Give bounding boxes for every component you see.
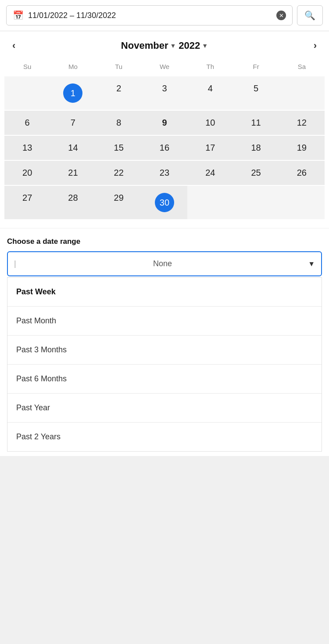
calendar-icon: 📅 xyxy=(13,10,24,21)
day-header-tu: Tu xyxy=(96,60,142,73)
calendar-week-2: 6 7 8 9 10 11 12 xyxy=(4,111,325,136)
dropdown-item-past-month[interactable]: Past Month xyxy=(7,307,322,336)
date-range-value: 11/01/2022 – 11/30/2022 xyxy=(28,11,272,20)
date-range-select-cursor: | xyxy=(14,259,16,268)
calendar-day-19[interactable]: 19 xyxy=(279,136,325,160)
day-header-we: We xyxy=(142,60,187,73)
clear-date-button[interactable]: ✕ xyxy=(276,11,286,20)
calendar-weeks: 1 2 3 4 5 6 7 8 9 10 11 12 13 14 xyxy=(4,76,325,219)
year-label: 2022 xyxy=(179,40,200,51)
month-label: November xyxy=(121,40,168,51)
calendar-day-27[interactable]: 27 xyxy=(4,186,50,219)
day-header-su: Su xyxy=(4,60,50,73)
calendar-day-28[interactable]: 28 xyxy=(50,186,96,219)
calendar-day-4[interactable]: 4 xyxy=(187,76,233,110)
calendar-day-10[interactable]: 10 xyxy=(187,111,233,135)
calendar-container: ‹ November ▼ 2022 ▼ › Su Mo Tu We Th Fr … xyxy=(0,31,329,228)
dropdown-item-past-year[interactable]: Past Year xyxy=(7,394,322,423)
calendar-grid: Su Mo Tu We Th Fr Sa 1 2 3 4 5 6 xyxy=(4,60,325,219)
calendar-day-5[interactable]: 5 xyxy=(233,76,279,110)
dropdown-item-past-3-months[interactable]: Past 3 Months xyxy=(7,336,322,365)
calendar-day-7[interactable]: 7 xyxy=(50,111,96,135)
calendar-day-6[interactable]: 6 xyxy=(4,111,50,135)
calendar-week-3: 13 14 15 16 17 18 19 xyxy=(4,136,325,161)
calendar-day-26[interactable]: 26 xyxy=(279,161,325,185)
dropdown-item-past-week[interactable]: Past Week xyxy=(7,278,322,307)
calendar-day-empty xyxy=(4,76,50,110)
calendar-day-15[interactable]: 15 xyxy=(96,136,142,160)
calendar-header: ‹ November ▼ 2022 ▼ › xyxy=(4,38,325,60)
month-year-selectors: November ▼ 2022 ▼ xyxy=(121,40,208,51)
next-month-button[interactable]: › xyxy=(309,38,321,53)
calendar-day-20[interactable]: 20 xyxy=(4,161,50,185)
dropdown-menu: Past Week Past Month Past 3 Months Past … xyxy=(7,277,322,452)
calendar-day-empty-32 xyxy=(233,186,279,219)
calendar-day-30[interactable]: 30 xyxy=(142,186,187,219)
date-range-section: Choose a date range | None ▼ Past Week P… xyxy=(0,228,329,456)
calendar-day-13[interactable]: 13 xyxy=(4,136,50,160)
calendar-day-22[interactable]: 22 xyxy=(96,161,142,185)
calendar-day-empty-31 xyxy=(187,186,233,219)
calendar-week-5: 27 28 29 30 xyxy=(4,186,325,219)
year-selector[interactable]: 2022 ▼ xyxy=(179,40,208,51)
search-button[interactable]: 🔍 xyxy=(297,5,323,25)
calendar-day-14[interactable]: 14 xyxy=(50,136,96,160)
calendar-day-17[interactable]: 17 xyxy=(187,136,233,160)
day-header-sa: Sa xyxy=(279,60,325,73)
date-input-bar: 📅 11/01/2022 – 11/30/2022 ✕ 🔍 xyxy=(0,0,329,31)
calendar-day-21[interactable]: 21 xyxy=(50,161,96,185)
dropdown-arrow-icon: ▼ xyxy=(308,260,315,268)
day-header-th: Th xyxy=(187,60,233,73)
day-headers: Su Mo Tu We Th Fr Sa xyxy=(4,60,325,73)
month-dropdown-arrow: ▼ xyxy=(170,42,176,49)
date-range-select-value: None xyxy=(153,259,172,268)
date-range-input[interactable]: 📅 11/01/2022 – 11/30/2022 ✕ xyxy=(6,5,293,25)
year-dropdown-arrow: ▼ xyxy=(202,42,208,49)
calendar-day-24[interactable]: 24 xyxy=(187,161,233,185)
dropdown-item-past-6-months[interactable]: Past 6 Months xyxy=(7,365,322,394)
calendar-day-empty-end xyxy=(279,76,325,110)
calendar-day-2[interactable]: 2 xyxy=(96,76,142,110)
calendar-day-25[interactable]: 25 xyxy=(233,161,279,185)
month-selector[interactable]: November ▼ xyxy=(121,40,176,51)
day-header-mo: Mo xyxy=(50,60,96,73)
calendar-day-12[interactable]: 12 xyxy=(279,111,325,135)
calendar-day-empty-33 xyxy=(279,186,325,219)
dropdown-item-past-2-years[interactable]: Past 2 Years xyxy=(7,423,322,451)
search-icon: 🔍 xyxy=(304,10,315,21)
calendar-day-9[interactable]: 9 xyxy=(142,111,187,135)
calendar-day-1[interactable]: 1 xyxy=(50,76,96,110)
calendar-day-18[interactable]: 18 xyxy=(233,136,279,160)
date-range-select[interactable]: | None ▼ xyxy=(7,251,322,276)
calendar-day-16[interactable]: 16 xyxy=(142,136,187,160)
calendar-day-23[interactable]: 23 xyxy=(142,161,187,185)
calendar-day-29[interactable]: 29 xyxy=(96,186,142,219)
calendar-week-4: 20 21 22 23 24 25 26 xyxy=(4,161,325,186)
calendar-day-3[interactable]: 3 xyxy=(142,76,187,110)
calendar-week-1: 1 2 3 4 5 xyxy=(4,76,325,111)
calendar-day-8[interactable]: 8 xyxy=(96,111,142,135)
prev-month-button[interactable]: ‹ xyxy=(8,38,20,53)
date-range-label: Choose a date range xyxy=(7,237,322,246)
calendar-day-11[interactable]: 11 xyxy=(233,111,279,135)
day-header-fr: Fr xyxy=(233,60,279,73)
